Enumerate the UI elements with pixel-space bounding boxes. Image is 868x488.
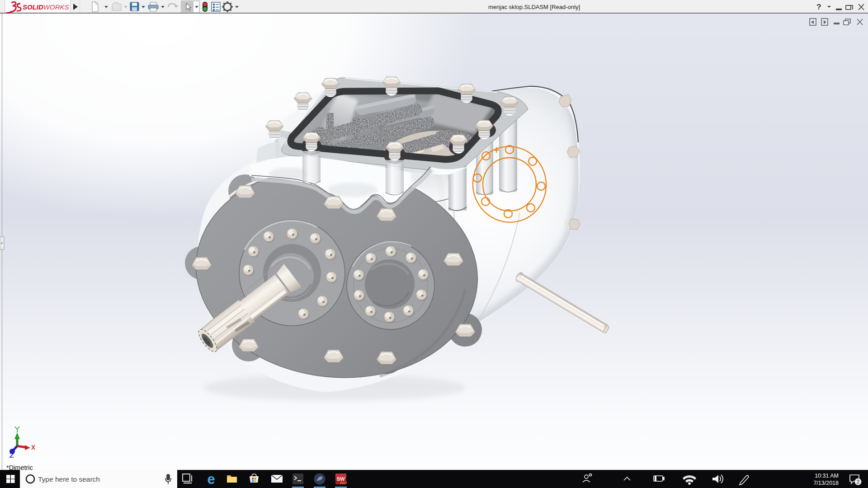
svg-text:SOLIDWORKS: SOLIDWORKS [23, 3, 69, 11]
svg-text:10:31 AM: 10:31 AM [815, 473, 839, 479]
svg-text:7/13/2018: 7/13/2018 [813, 480, 839, 486]
svg-text:2017: 2017 [340, 481, 347, 484]
svg-text:?: ? [816, 3, 821, 11]
svg-text:e: e [207, 471, 215, 487]
svg-text:Type here to search: Type here to search [38, 475, 100, 483]
svg-text:2: 2 [857, 479, 859, 484]
